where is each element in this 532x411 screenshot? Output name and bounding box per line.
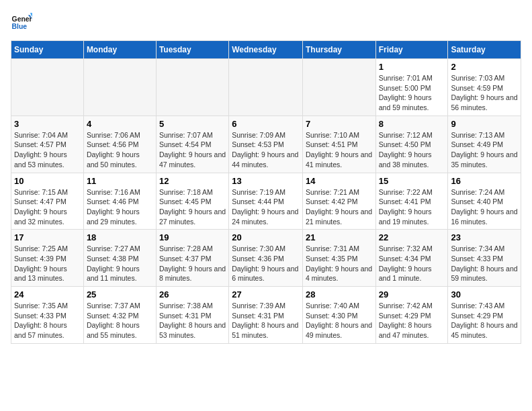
calendar-table: SundayMondayTuesdayWednesdayThursdayFrid… (11, 40, 521, 344)
calendar-cell: 5Sunrise: 7:07 AM Sunset: 4:54 PM Daylig… (156, 116, 228, 173)
calendar-cell: 2Sunrise: 7:03 AM Sunset: 4:59 PM Daylig… (448, 59, 521, 116)
day-info: Sunrise: 7:35 AM Sunset: 4:33 PM Dayligh… (14, 301, 81, 340)
logo: General Blue (11, 11, 35, 32)
calendar-cell: 9Sunrise: 7:13 AM Sunset: 4:49 PM Daylig… (448, 116, 521, 173)
day-info: Sunrise: 7:18 AM Sunset: 4:45 PM Dayligh… (159, 187, 226, 227)
column-header-tuesday: Tuesday (156, 41, 228, 59)
calendar-cell: 11Sunrise: 7:16 AM Sunset: 4:46 PM Dayli… (83, 173, 156, 230)
calendar-cell: 7Sunrise: 7:10 AM Sunset: 4:51 PM Daylig… (302, 116, 375, 173)
day-info: Sunrise: 7:16 AM Sunset: 4:46 PM Dayligh… (87, 187, 153, 227)
day-number: 10 (14, 176, 81, 186)
day-info: Sunrise: 7:30 AM Sunset: 4:36 PM Dayligh… (232, 244, 300, 283)
day-info: Sunrise: 7:25 AM Sunset: 4:39 PM Dayligh… (14, 244, 81, 283)
calendar-cell: 21Sunrise: 7:31 AM Sunset: 4:35 PM Dayli… (302, 230, 375, 287)
day-info: Sunrise: 7:39 AM Sunset: 4:31 PM Dayligh… (232, 301, 300, 340)
day-number: 14 (306, 176, 373, 186)
day-number: 17 (14, 232, 81, 242)
day-info: Sunrise: 7:06 AM Sunset: 4:56 PM Dayligh… (87, 130, 153, 170)
day-number: 30 (451, 289, 518, 300)
calendar-cell: 19Sunrise: 7:28 AM Sunset: 4:37 PM Dayli… (156, 230, 228, 287)
day-info: Sunrise: 7:43 AM Sunset: 4:29 PM Dayligh… (451, 301, 518, 340)
calendar-week-row: 1Sunrise: 7:01 AM Sunset: 5:00 PM Daylig… (11, 59, 521, 116)
calendar-week-row: 24Sunrise: 7:35 AM Sunset: 4:33 PM Dayli… (11, 287, 521, 344)
day-info: Sunrise: 7:01 AM Sunset: 5:00 PM Dayligh… (379, 73, 445, 113)
day-number: 19 (159, 232, 226, 242)
calendar-cell: 18Sunrise: 7:27 AM Sunset: 4:38 PM Dayli… (83, 230, 156, 287)
calendar-cell: 3Sunrise: 7:04 AM Sunset: 4:57 PM Daylig… (11, 116, 84, 173)
day-number: 5 (159, 119, 226, 129)
calendar-cell (229, 59, 303, 116)
calendar-cell: 10Sunrise: 7:15 AM Sunset: 4:47 PM Dayli… (11, 173, 84, 230)
day-number: 3 (14, 119, 81, 129)
day-number: 22 (379, 232, 445, 242)
day-info: Sunrise: 7:04 AM Sunset: 4:57 PM Dayligh… (14, 130, 81, 170)
day-info: Sunrise: 7:15 AM Sunset: 4:47 PM Dayligh… (14, 187, 81, 227)
calendar-cell: 16Sunrise: 7:24 AM Sunset: 4:40 PM Dayli… (448, 173, 521, 230)
calendar-week-row: 10Sunrise: 7:15 AM Sunset: 4:47 PM Dayli… (11, 173, 521, 230)
column-header-wednesday: Wednesday (229, 41, 303, 59)
calendar-cell: 6Sunrise: 7:09 AM Sunset: 4:53 PM Daylig… (229, 116, 303, 173)
day-number: 9 (451, 119, 518, 129)
calendar-cell: 23Sunrise: 7:34 AM Sunset: 4:33 PM Dayli… (448, 230, 521, 287)
day-number: 18 (87, 232, 153, 242)
day-info: Sunrise: 7:31 AM Sunset: 4:35 PM Dayligh… (306, 244, 373, 283)
day-info: Sunrise: 7:38 AM Sunset: 4:31 PM Dayligh… (159, 301, 226, 340)
day-info: Sunrise: 7:37 AM Sunset: 4:32 PM Dayligh… (87, 301, 153, 340)
column-header-saturday: Saturday (448, 41, 521, 59)
calendar-cell (302, 59, 375, 116)
day-info: Sunrise: 7:13 AM Sunset: 4:49 PM Dayligh… (451, 130, 518, 170)
day-info: Sunrise: 7:09 AM Sunset: 4:53 PM Dayligh… (232, 130, 300, 170)
day-info: Sunrise: 7:27 AM Sunset: 4:38 PM Dayligh… (87, 244, 153, 283)
calendar-week-row: 17Sunrise: 7:25 AM Sunset: 4:39 PM Dayli… (11, 230, 521, 287)
day-number: 1 (379, 62, 445, 72)
day-number: 23 (451, 232, 518, 242)
day-number: 6 (232, 119, 300, 129)
day-info: Sunrise: 7:42 AM Sunset: 4:29 PM Dayligh… (379, 301, 445, 340)
calendar-cell (83, 59, 156, 116)
day-info: Sunrise: 7:34 AM Sunset: 4:33 PM Dayligh… (451, 244, 518, 283)
day-number: 13 (232, 176, 300, 186)
day-number: 25 (87, 289, 153, 300)
day-info: Sunrise: 7:03 AM Sunset: 4:59 PM Dayligh… (451, 73, 518, 113)
day-number: 8 (379, 119, 445, 129)
day-info: Sunrise: 7:22 AM Sunset: 4:41 PM Dayligh… (379, 187, 445, 227)
day-info: Sunrise: 7:07 AM Sunset: 4:54 PM Dayligh… (159, 130, 226, 170)
day-number: 12 (159, 176, 226, 186)
calendar-cell: 25Sunrise: 7:37 AM Sunset: 4:32 PM Dayli… (83, 287, 156, 344)
calendar-cell: 13Sunrise: 7:19 AM Sunset: 4:44 PM Dayli… (229, 173, 303, 230)
calendar-cell: 20Sunrise: 7:30 AM Sunset: 4:36 PM Dayli… (229, 230, 303, 287)
day-number: 29 (379, 289, 445, 300)
day-number: 20 (232, 232, 300, 242)
day-info: Sunrise: 7:12 AM Sunset: 4:50 PM Dayligh… (379, 130, 445, 170)
day-number: 15 (379, 176, 445, 186)
calendar-cell (156, 59, 228, 116)
svg-text:General: General (12, 15, 32, 23)
calendar-cell: 29Sunrise: 7:42 AM Sunset: 4:29 PM Dayli… (375, 287, 448, 344)
day-number: 4 (87, 119, 153, 129)
day-number: 7 (306, 119, 373, 129)
calendar-cell: 4Sunrise: 7:06 AM Sunset: 4:56 PM Daylig… (83, 116, 156, 173)
calendar-cell: 24Sunrise: 7:35 AM Sunset: 4:33 PM Dayli… (11, 287, 84, 344)
calendar-cell (11, 59, 84, 116)
day-info: Sunrise: 7:28 AM Sunset: 4:37 PM Dayligh… (159, 244, 226, 283)
column-header-sunday: Sunday (11, 41, 84, 59)
calendar-cell: 15Sunrise: 7:22 AM Sunset: 4:41 PM Dayli… (375, 173, 448, 230)
column-header-friday: Friday (375, 41, 448, 59)
column-header-monday: Monday (83, 41, 156, 59)
day-number: 2 (451, 62, 518, 72)
day-number: 11 (87, 176, 153, 186)
calendar-cell: 1Sunrise: 7:01 AM Sunset: 5:00 PM Daylig… (375, 59, 448, 116)
calendar-cell: 17Sunrise: 7:25 AM Sunset: 4:39 PM Dayli… (11, 230, 84, 287)
day-info: Sunrise: 7:32 AM Sunset: 4:34 PM Dayligh… (379, 244, 445, 283)
calendar-cell: 30Sunrise: 7:43 AM Sunset: 4:29 PM Dayli… (448, 287, 521, 344)
day-number: 26 (159, 289, 226, 300)
day-info: Sunrise: 7:24 AM Sunset: 4:40 PM Dayligh… (451, 187, 518, 227)
calendar-header-row: SundayMondayTuesdayWednesdayThursdayFrid… (11, 41, 521, 59)
day-number: 24 (14, 289, 81, 300)
calendar-cell: 27Sunrise: 7:39 AM Sunset: 4:31 PM Dayli… (229, 287, 303, 344)
calendar-cell: 14Sunrise: 7:21 AM Sunset: 4:42 PM Dayli… (302, 173, 375, 230)
day-number: 16 (451, 176, 518, 186)
day-info: Sunrise: 7:21 AM Sunset: 4:42 PM Dayligh… (306, 187, 373, 227)
calendar-cell: 22Sunrise: 7:32 AM Sunset: 4:34 PM Dayli… (375, 230, 448, 287)
day-number: 21 (306, 232, 373, 242)
